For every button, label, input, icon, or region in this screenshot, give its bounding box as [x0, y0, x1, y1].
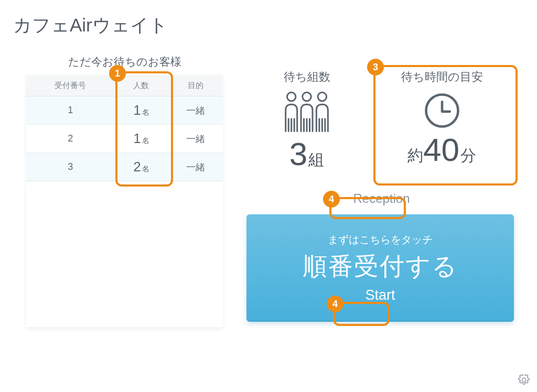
cell-ticket: 2 — [26, 125, 115, 153]
groups-value: 3組 — [246, 135, 367, 172]
groups-label: 待ち組数 — [246, 69, 367, 85]
people-icon — [278, 89, 336, 134]
waiting-groups-box: 待ち組数 3組 — [246, 69, 367, 172]
table-row: 3 2名 一緒 — [26, 153, 223, 181]
waiting-list-heading: ただ今お待ちのお客様 — [26, 55, 223, 69]
cell-count: 2名 — [115, 153, 168, 181]
page-title: カフェAirウェイト — [13, 13, 168, 38]
waiting-table: 受付番号 人数 目的 1 1名 一緒 2 1名 一緒 3 2名 一緒 — [26, 75, 223, 181]
cell-count: 1名 — [115, 125, 168, 153]
gear-icon[interactable] — [518, 374, 530, 386]
clock-icon — [423, 91, 461, 130]
col-ticket: 受付番号 — [26, 75, 115, 96]
reception-heading: Reception — [246, 191, 517, 206]
table-row: 1 1名 一緒 — [26, 96, 223, 125]
wait-time-box: 待ち時間の目安 約40分 — [367, 69, 517, 172]
cell-ticket: 1 — [26, 96, 115, 125]
start-reception-button[interactable]: まずはこちらをタッチ 順番受付する Start — [246, 214, 514, 322]
summary-panel: 待ち組数 3組 待ち時間の目安 約 — [246, 69, 517, 322]
svg-point-1 — [303, 92, 312, 101]
start-main-label: 順番受付する — [303, 250, 458, 283]
cell-count: 1名 — [115, 96, 168, 125]
col-purpose: 目的 — [168, 75, 223, 96]
svg-point-0 — [287, 92, 296, 101]
cell-purpose: 一緒 — [168, 96, 223, 125]
time-label: 待ち時間の目安 — [367, 69, 517, 85]
svg-point-2 — [318, 92, 327, 101]
cell-purpose: 一緒 — [168, 153, 223, 181]
cell-ticket: 3 — [26, 153, 115, 181]
col-count: 人数 — [115, 75, 168, 96]
start-subtitle: まずはこちらをタッチ — [328, 233, 433, 247]
waiting-list-panel: ただ今お待ちのお客様 受付番号 人数 目的 1 1名 一緒 2 1名 一緒 3 … — [26, 55, 223, 328]
start-english-label: Start — [365, 287, 395, 303]
table-row: 2 1名 一緒 — [26, 125, 223, 153]
time-value: 約40分 — [367, 131, 517, 168]
cell-purpose: 一緒 — [168, 125, 223, 153]
table-empty-space — [26, 181, 223, 328]
